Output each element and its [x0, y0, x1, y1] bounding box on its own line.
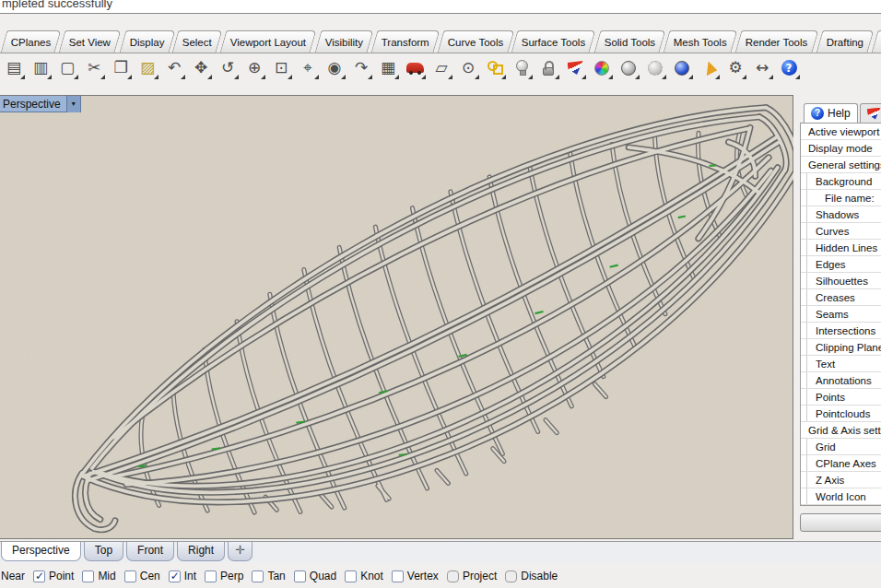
car-icon[interactable] [403, 55, 427, 80]
display-option-row[interactable]: Clipping Planes [801, 339, 881, 356]
help-icon[interactable] [777, 55, 801, 80]
checkbox-icon[interactable] [345, 570, 357, 582]
rotate-view-icon[interactable]: ↺ [216, 55, 240, 80]
undo-icon[interactable]: ↶ [162, 55, 186, 80]
new-file-icon[interactable]: ▢ [55, 55, 79, 80]
osnap-toggle[interactable]: Knot [345, 570, 383, 582]
checkbox-icon[interactable] [205, 570, 217, 582]
display-option-row[interactable]: Creases [801, 289, 881, 306]
osnap-toggle[interactable]: Near [1, 570, 25, 582]
checkbox-icon[interactable] [124, 570, 136, 582]
undo-view-icon[interactable]: ↷ [349, 55, 373, 80]
osnap-toggle[interactable]: Project [447, 570, 497, 582]
zoom-in-icon[interactable]: ⊕ [242, 55, 266, 80]
copy-icon[interactable]: ❐ [109, 55, 133, 80]
display-option-row[interactable]: Pointclouds [801, 406, 881, 422]
display-option-row[interactable]: CPlane Axes [801, 455, 881, 472]
menu-tab[interactable]: Visibility [314, 30, 373, 53]
save-icon[interactable]: ▤ [2, 55, 26, 80]
tab-help[interactable]: Help [804, 103, 858, 123]
cone-icon[interactable] [697, 55, 721, 80]
menu-tab[interactable]: Select [172, 30, 223, 53]
display-option-row[interactable]: Edges [801, 256, 881, 273]
viewport-tab[interactable]: Perspective [1, 542, 81, 561]
menu-tab[interactable]: Render Tools [735, 30, 818, 53]
menu-tab[interactable]: Transform [370, 30, 440, 53]
viewport-layout-icon[interactable]: ▦ [376, 55, 400, 80]
display-option-row[interactable]: Silhouettes [801, 273, 881, 289]
color-wheel-icon[interactable] [590, 55, 614, 80]
display-option-row[interactable]: General settings [801, 157, 881, 173]
osnap-toggle[interactable]: Tan [252, 570, 285, 582]
menu-tab[interactable]: Display [119, 30, 175, 53]
osnap-toggle[interactable]: Int [169, 570, 196, 582]
display-option-row[interactable]: Shadows [801, 206, 881, 223]
display-option-row[interactable]: Grid [801, 439, 881, 455]
viewport-title[interactable]: Perspective ▼ [0, 96, 81, 112]
checkbox-icon[interactable] [33, 570, 45, 582]
checkbox-icon[interactable] [392, 570, 404, 582]
zoom-window-icon[interactable]: ⊡ [269, 55, 293, 80]
circle-icon[interactable]: ⊙ [456, 55, 480, 80]
ghosted-sphere-icon[interactable] [643, 55, 667, 80]
panel-button[interactable] [800, 513, 881, 532]
lightbulb-icon[interactable] [510, 55, 534, 80]
display-option-row[interactable]: File name: [801, 190, 881, 206]
display-option-row[interactable]: Points [801, 389, 881, 406]
menu-tab[interactable]: Mesh Tools [664, 30, 738, 53]
viewport-tab[interactable]: Right [177, 542, 225, 561]
display-option-row[interactable]: Active viewport [801, 123, 881, 140]
dimension-icon[interactable]: ↔ [750, 55, 774, 80]
menu-tab[interactable]: Viewport Layout [220, 30, 317, 53]
cut-icon[interactable]: ✂ [82, 55, 106, 80]
viewport-tab[interactable]: ✛ [228, 542, 253, 561]
checkbox-icon[interactable] [294, 570, 306, 582]
display-option-row[interactable]: Z Axis [801, 472, 881, 488]
menu-tab[interactable]: CPlanes [1, 30, 62, 53]
zoom-extents-icon[interactable]: ⌖ [296, 55, 320, 80]
zoom-selected-icon[interactable]: ◉ [323, 55, 347, 80]
rendered-sphere-icon[interactable] [670, 55, 694, 80]
display-option-row[interactable]: Annotations [801, 372, 881, 389]
display-option-row[interactable]: Display mode [801, 140, 881, 157]
paste-icon[interactable]: ▨ [135, 55, 159, 80]
perspective-viewport[interactable]: Perspective ▼ [0, 95, 793, 539]
display-option-row[interactable]: Grid & Axis settings [801, 422, 881, 439]
display-option-row[interactable]: Background [801, 173, 881, 190]
checkbox-icon[interactable] [447, 570, 459, 582]
menu-tab[interactable]: Surface Tools [511, 30, 596, 53]
menu-tab[interactable]: Drafting [816, 30, 874, 53]
osnap-toggle[interactable]: Cen [124, 570, 160, 582]
display-option-row[interactable]: Seams [801, 306, 881, 323]
cplane-icon[interactable]: ▱ [429, 55, 453, 80]
checkbox-icon[interactable] [169, 570, 181, 582]
command-history-line[interactable]: mpleted successfully [0, 0, 881, 14]
checkbox-icon[interactable] [252, 570, 264, 582]
menu-tab[interactable]: Curve Tools [437, 30, 513, 53]
viewport-tab[interactable]: Front [126, 542, 174, 561]
tab-layers[interactable]: Layers [860, 103, 881, 123]
display-option-row[interactable]: Curves [801, 223, 881, 240]
shaded-sphere-icon[interactable] [617, 55, 640, 80]
display-option-row[interactable]: Hidden Lines [801, 240, 881, 256]
osnap-toggle[interactable]: Vertex [392, 570, 439, 582]
menu-tab[interactable]: Set View [59, 30, 122, 53]
gears-icon[interactable]: ⚙ [723, 55, 747, 80]
osnap-toggle[interactable]: Point [33, 570, 74, 582]
osnap-toggle[interactable]: Mid [82, 570, 115, 582]
chevron-down-icon[interactable]: ▼ [66, 96, 80, 112]
viewport-tab[interactable]: Top [84, 542, 123, 561]
lock-icon[interactable] [536, 55, 560, 80]
pan-icon[interactable]: ✥ [189, 55, 213, 80]
print-icon[interactable]: ▥ [29, 55, 53, 80]
display-option-row[interactable]: Intersections [801, 323, 881, 339]
checkbox-icon[interactable] [82, 570, 94, 582]
layer-shield-icon[interactable] [563, 55, 587, 80]
osnap-toggle[interactable]: Disable [505, 570, 558, 582]
object-snap-icon[interactable] [483, 55, 507, 80]
osnap-toggle[interactable]: Perp [205, 570, 243, 582]
display-option-row[interactable]: Text [801, 356, 881, 372]
menu-tab[interactable]: Solid Tools [593, 30, 665, 53]
checkbox-icon[interactable] [505, 570, 517, 582]
display-option-row[interactable]: World Icon [801, 488, 881, 505]
